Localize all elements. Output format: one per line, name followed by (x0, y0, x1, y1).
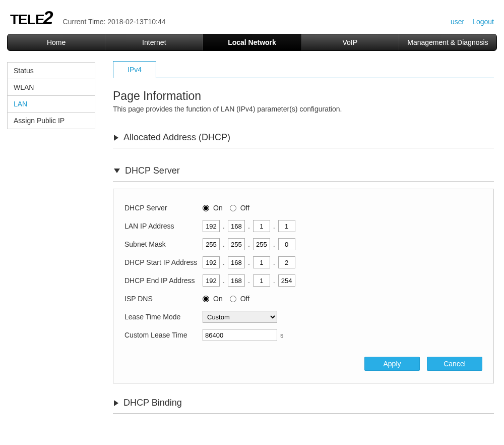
end-ip-octet-4[interactable] (278, 274, 295, 287)
lan-ip-octet-2[interactable] (228, 220, 245, 232)
label-lease-mode: Lease Time Mode (124, 313, 203, 321)
apply-button[interactable]: Apply (364, 357, 420, 371)
chevron-right-icon (114, 135, 118, 141)
input-custom-lease[interactable] (203, 329, 277, 341)
section-dhcp-server[interactable]: DHCP Server (113, 160, 494, 182)
logo-text-prefix: TELE (10, 12, 44, 28)
start-ip-octet-3[interactable] (253, 256, 270, 268)
main-nav: Home Internet Local Network VoIP Managem… (7, 34, 497, 51)
start-ip-octet-1[interactable] (203, 256, 220, 268)
lan-ip-octet-4[interactable] (278, 220, 295, 232)
nav-management-diagnosis[interactable]: Management & Diagnosis (399, 34, 496, 50)
start-ip-octet-2[interactable] (228, 256, 245, 268)
section-title-dhcp-binding: DHCP Binding (123, 398, 182, 408)
tab-ipv4[interactable]: IPv4 (113, 61, 156, 78)
label-dhcp-server: DHCP Server (124, 204, 203, 212)
dhcp-server-panel: DHCP Server On Off LAN IP Address . . . (113, 189, 494, 383)
time-value: 2018-02-13T10:44 (107, 18, 165, 26)
radio-dns-on[interactable] (203, 296, 209, 302)
label-custom-lease: Custom Lease Time (124, 331, 203, 339)
chevron-right-icon (114, 400, 118, 406)
user-link[interactable]: user (451, 18, 464, 26)
radio-dns-off[interactable] (230, 296, 236, 302)
logo: TELE2 (10, 8, 53, 29)
sidebar-item-lan[interactable]: LAN (7, 96, 95, 113)
select-lease-mode[interactable]: Custom (203, 311, 277, 323)
time-label: Current Time: (63, 18, 106, 26)
start-ip-octet-4[interactable] (278, 256, 295, 268)
radio-dhcp-on-label: On (213, 204, 223, 212)
chevron-down-icon (114, 169, 120, 173)
label-lan-ip: LAN IP Address (124, 222, 203, 230)
nav-internet[interactable]: Internet (105, 34, 203, 50)
logout-link[interactable]: Logout (472, 18, 494, 26)
page-title: Page Information (113, 89, 494, 103)
label-start-ip: DHCP Start IP Address (124, 258, 203, 266)
subnet-octet-1[interactable] (203, 238, 220, 250)
radio-dns-off-label: Off (240, 295, 249, 303)
unit-seconds: s (280, 331, 284, 339)
nav-local-network[interactable]: Local Network (203, 34, 301, 50)
main: IPv4 Page Information This page provides… (113, 62, 497, 414)
current-time: Current Time: 2018-02-13T10:44 (63, 18, 166, 29)
subnet-octet-4[interactable] (278, 238, 295, 250)
label-subnet: Subnet Mask (124, 240, 203, 248)
logo-text-suffix: 2 (43, 8, 53, 29)
radio-dhcp-off[interactable] (230, 205, 236, 211)
radio-dns-on-label: On (213, 295, 223, 303)
section-dhcp-binding[interactable]: DHCP Binding (113, 393, 494, 414)
label-isp-dns: ISP DNS (124, 295, 203, 303)
nav-voip[interactable]: VoIP (301, 34, 399, 50)
section-title-allocated: Allocated Address (DHCP) (123, 132, 230, 143)
label-end-ip: DHCP End IP Address (124, 276, 203, 285)
header-links: user Logout (445, 18, 494, 29)
end-ip-octet-2[interactable] (228, 274, 245, 287)
page-description: This page provides the function of LAN (… (113, 105, 494, 113)
radio-dhcp-on[interactable] (203, 205, 209, 211)
radio-dhcp-off-label: Off (240, 204, 249, 212)
header: TELE2 Current Time: 2018-02-13T10:44 use… (5, 0, 499, 34)
nav-home[interactable]: Home (8, 34, 105, 50)
sidebar: Status WLAN LAN Assign Public IP (7, 62, 95, 414)
end-ip-octet-3[interactable] (253, 274, 270, 287)
section-allocated-address[interactable]: Allocated Address (DHCP) (113, 127, 494, 148)
section-title-dhcp-server: DHCP Server (125, 165, 180, 176)
sidebar-item-assign-public-ip[interactable]: Assign Public IP (7, 113, 95, 129)
cancel-button[interactable]: Cancel (427, 357, 482, 371)
lan-ip-octet-1[interactable] (203, 220, 220, 232)
subnet-octet-3[interactable] (253, 238, 270, 250)
sidebar-item-status[interactable]: Status (7, 63, 95, 79)
subnet-octet-2[interactable] (228, 238, 245, 250)
lan-ip-octet-3[interactable] (253, 220, 270, 232)
sidebar-item-wlan[interactable]: WLAN (7, 79, 95, 96)
tabs: IPv4 (113, 61, 494, 78)
end-ip-octet-1[interactable] (203, 274, 220, 287)
